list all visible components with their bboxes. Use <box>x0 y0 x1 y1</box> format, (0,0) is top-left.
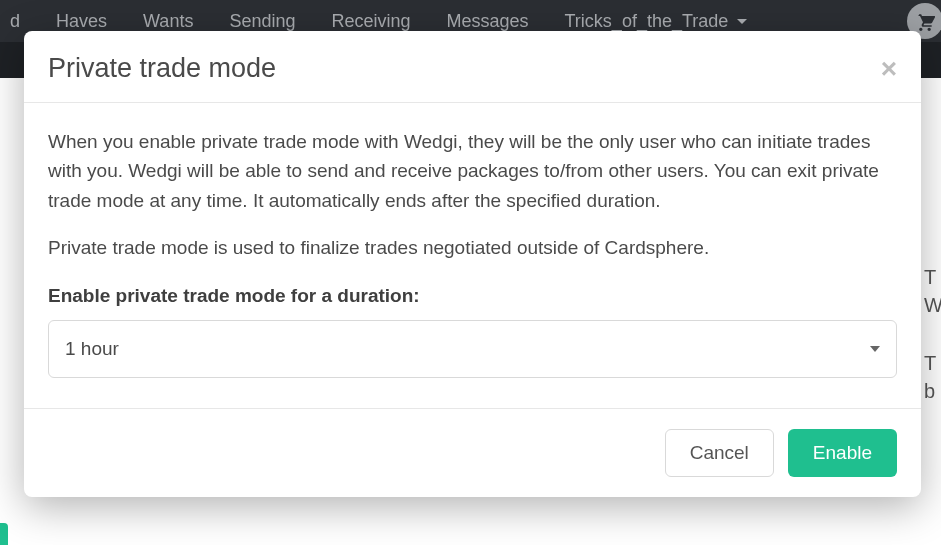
modal-footer: Cancel Enable <box>24 408 921 497</box>
modal-body: When you enable private trade mode with … <box>24 103 921 408</box>
duration-label: Enable private trade mode for a duration… <box>48 281 897 310</box>
close-icon: × <box>881 53 897 84</box>
private-trade-modal: Private trade mode × When you enable pri… <box>24 31 921 497</box>
close-button[interactable]: × <box>881 55 897 83</box>
modal-paragraph-1: When you enable private trade mode with … <box>48 127 897 215</box>
enable-button[interactable]: Enable <box>788 429 897 477</box>
cancel-button[interactable]: Cancel <box>665 429 774 477</box>
modal-title: Private trade mode <box>48 53 276 84</box>
modal-header: Private trade mode × <box>24 31 921 103</box>
duration-select-value: 1 hour <box>65 334 119 363</box>
chevron-down-icon <box>870 346 880 352</box>
modal-paragraph-2: Private trade mode is used to finalize t… <box>48 233 897 262</box>
duration-select[interactable]: 1 hour <box>48 320 897 377</box>
